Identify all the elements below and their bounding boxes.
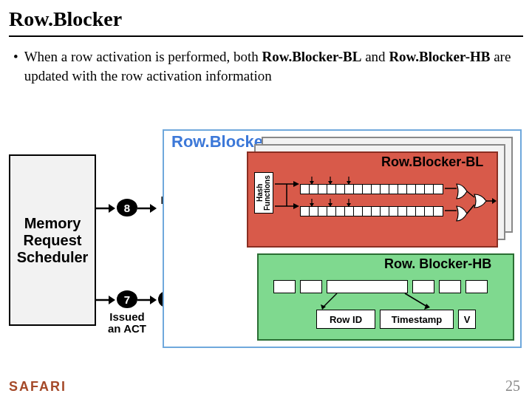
bl-bitrow-2 bbox=[300, 206, 443, 216]
diagram-area: Memory Request Scheduler 8 7 Issued an A… bbox=[9, 129, 523, 366]
svg-marker-1 bbox=[109, 204, 115, 213]
bullet-text: When a row activation is performed, both… bbox=[24, 47, 519, 85]
hash-functions-box: HashFunctions bbox=[254, 172, 273, 214]
bl-bitrow-1 bbox=[300, 184, 443, 194]
hb-slot-0 bbox=[273, 280, 296, 293]
svg-marker-20 bbox=[293, 203, 299, 209]
rowblocker-hb-box: Row. Blocker-HB Row ID Timestamp V bbox=[257, 253, 514, 341]
hb-slot-1 bbox=[300, 280, 322, 293]
svg-line-36 bbox=[467, 205, 474, 214]
memory-request-scheduler-box: Memory Request Scheduler bbox=[9, 154, 96, 326]
step-badge-8: 8 bbox=[117, 199, 137, 216]
bullet-pre: When a row activation is performed, both bbox=[24, 49, 262, 64]
svg-line-39 bbox=[324, 293, 337, 307]
svg-line-41 bbox=[405, 293, 427, 307]
hb-slot-selected bbox=[327, 280, 408, 293]
rowblocker-hb-title: Row. Blocker-HB bbox=[384, 256, 491, 272]
step-badge-8-label: 8 bbox=[124, 202, 130, 214]
hb-slot-3 bbox=[412, 280, 434, 293]
footer-brand: SAFARI bbox=[9, 379, 66, 395]
hb-field-timestamp: Timestamp bbox=[380, 310, 454, 329]
arrow-7-to-9 bbox=[137, 295, 157, 305]
hb-field-rowid: Row ID bbox=[316, 310, 375, 329]
hb-slot-5 bbox=[466, 280, 488, 293]
svg-marker-38 bbox=[492, 198, 497, 204]
rowblocker-outer-box: Row.Blocker Row.Blocker-BL HashFunctions bbox=[163, 129, 522, 348]
step-badge-7: 7 bbox=[117, 290, 137, 308]
hb-expand-arrows bbox=[332, 293, 414, 310]
svg-marker-3 bbox=[109, 296, 115, 304]
issued-act-caption: Issued an ACT bbox=[105, 311, 149, 335]
bullet-item: • When a row activation is performed, bo… bbox=[0, 47, 532, 85]
title-underline bbox=[9, 35, 523, 37]
bullet-bold2: Row.Blocker-HB bbox=[389, 49, 490, 64]
svg-line-35 bbox=[467, 191, 474, 197]
rowblocker-bl-box: Row.Blocker-BL HashFunctions bbox=[247, 151, 498, 248]
arrow-scheduler-to-7 bbox=[96, 295, 115, 305]
hb-field-valid: V bbox=[458, 310, 476, 329]
arrow-8-to-insert bbox=[137, 203, 157, 214]
bullet-dot: • bbox=[13, 47, 24, 85]
step-badge-7-label: 7 bbox=[124, 293, 130, 306]
bl-or-tree bbox=[445, 183, 495, 221]
slide-title: Row.Blocker bbox=[0, 0, 532, 35]
svg-marker-5 bbox=[150, 204, 157, 213]
svg-marker-42 bbox=[424, 304, 430, 310]
arrow-scheduler-to-8 bbox=[96, 203, 115, 214]
hb-slot-4 bbox=[439, 280, 461, 293]
svg-marker-18 bbox=[293, 181, 299, 187]
memory-request-scheduler-label: Memory Request Scheduler bbox=[10, 215, 95, 266]
svg-marker-7 bbox=[150, 296, 157, 304]
bullet-bold1: Row.Blocker-BL bbox=[262, 49, 362, 64]
bullet-mid: and bbox=[361, 49, 389, 64]
footer-page-number: 25 bbox=[505, 378, 520, 395]
rowblocker-bl-title: Row.Blocker-BL bbox=[381, 154, 483, 170]
